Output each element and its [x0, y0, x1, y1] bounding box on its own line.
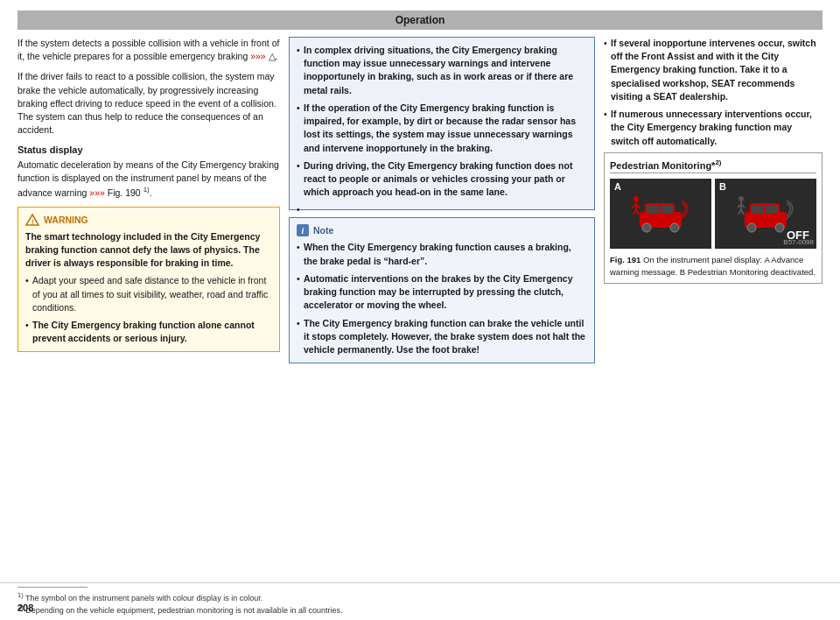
arrow-symbol-2: »»»: [89, 187, 105, 197]
ped-label-a: A: [614, 181, 621, 192]
right-bullet-2: If numerous unnecessary interventions oc…: [604, 108, 822, 148]
blue-bullet-1: In complex driving situations, the City …: [297, 44, 587, 97]
left-column: If the system detects a possible collisi…: [18, 37, 280, 572]
warning-body: The smart technology included in the Cit…: [25, 230, 272, 346]
svg-text:!: !: [32, 217, 34, 225]
footnote-1: 1) The symbol on the instrument panels w…: [18, 591, 822, 604]
warning-bullet-1: Adapt your speed and safe distance to th…: [25, 274, 272, 314]
blue-bullet-3: During driving, the City Emergency braki…: [297, 159, 587, 200]
svg-point-20: [738, 196, 744, 201]
warning-bullet-2: The City Emergency braking function alon…: [25, 319, 272, 345]
svg-rect-17: [766, 205, 778, 214]
image-code: B57-0098: [783, 238, 814, 246]
note-bullet-3: • The City Emergency braking function ca…: [297, 317, 587, 357]
ped-image-a: A: [610, 179, 711, 249]
svg-line-13: [636, 209, 639, 215]
warning-symbol: △: [269, 51, 276, 61]
ped-svg-a: [633, 190, 690, 238]
svg-rect-5: [661, 205, 673, 214]
note-label: Note: [313, 225, 333, 236]
blue-bullet-2: If the operation of the City Emergency b…: [297, 102, 587, 155]
svg-point-7: [670, 223, 679, 232]
content-area: If the system detects a possible collisi…: [0, 30, 840, 579]
ped-caption: Fig. 191 On the instrument panel display…: [610, 254, 816, 278]
svg-point-19: [775, 223, 784, 232]
blue-box-top: In complex driving situations, the City …: [289, 37, 595, 210]
note-bullet-1: • When the City Emergency braking functi…: [297, 241, 587, 267]
ped-images: A: [610, 179, 816, 249]
arrow-symbol-1: »»»: [250, 51, 266, 61]
fig-caption-b: B Pedestrian Monitoring deactivated.: [680, 267, 816, 277]
status-display-title: Status display: [18, 144, 280, 155]
svg-rect-4: [647, 205, 659, 214]
note-header: i Note: [297, 224, 587, 236]
warning-header: ! WARNING: [25, 214, 272, 226]
ped-svg-b: [738, 190, 794, 238]
middle-column: In complex driving situations, the City …: [289, 37, 595, 572]
pedestrian-monitoring-section: Pedestrian Monitoring*2) A: [604, 152, 822, 284]
svg-point-18: [747, 223, 756, 232]
page-number: 208: [18, 602, 33, 613]
ped-monitor-title: Pedestrian Monitoring*2): [610, 159, 816, 174]
fig-label: Fig. 191: [610, 255, 640, 264]
operation-header: Operation: [18, 11, 822, 30]
svg-point-6: [642, 223, 651, 232]
footnotes: 1) The symbol on the instrument panels w…: [0, 582, 840, 620]
main-text-3: Automatic deceleration by means of the C…: [18, 159, 280, 200]
ped-image-b: B: [715, 179, 816, 249]
warning-label: WARNING: [44, 215, 88, 225]
svg-line-25: [741, 209, 744, 215]
fig-caption: On the instrument panel display:: [643, 255, 764, 264]
warning-box: ! WARNING The smart technology included …: [18, 207, 280, 353]
warning-main-text: The smart technology included in the Cit…: [25, 231, 260, 268]
svg-rect-16: [752, 205, 764, 214]
main-text-2: If the driver fails to react to a possib…: [18, 70, 280, 137]
right-column: If several inopportune intervenes occur,…: [604, 37, 822, 572]
note-bullet-2: • Automatic interventions on the brakes …: [297, 272, 587, 313]
footnote-divider: [18, 587, 88, 588]
main-text-1: If the system detects a possible collisi…: [18, 37, 280, 63]
note-icon: i: [297, 224, 309, 236]
note-box: i Note • When the City Emergency braking…: [289, 217, 595, 363]
footnote-2: 2) Depending on the vehicle equipment, p…: [18, 603, 822, 616]
right-bullet-1: If several inopportune intervenes occur,…: [604, 37, 822, 103]
page: Operation If the system detects a possib…: [0, 0, 840, 620]
svg-point-8: [634, 196, 639, 201]
header-title: Operation: [396, 14, 445, 26]
ped-label-b: B: [719, 181, 726, 192]
warning-icon: !: [25, 214, 39, 226]
